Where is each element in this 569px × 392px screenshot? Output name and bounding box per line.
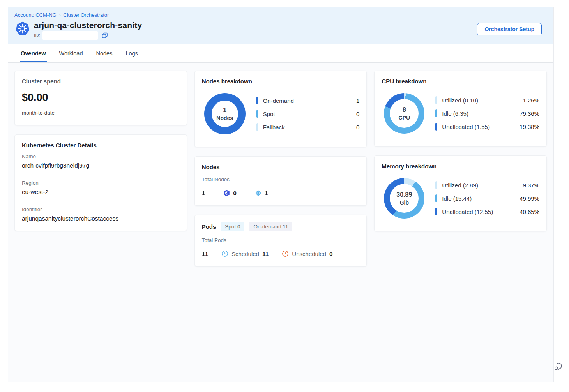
legend-marker [435,109,437,117]
scheduled-clock-icon [221,250,229,258]
cluster-details-card: Kubernetes Cluster Details Name orch-cvi… [14,134,187,231]
legend-row-utilized: Utilized (2.89) 9.37% [435,181,539,189]
overview-content: Cluster spend $0.00 month-to-date Kubern… [8,63,553,267]
cluster-id-value [42,31,98,40]
donut-center-label: Gib [400,200,409,206]
column-left: Cluster spend $0.00 month-to-date Kubern… [14,71,187,231]
tab-overview[interactable]: Overview [20,44,47,62]
pods-title: Pods [202,223,216,230]
field-value: arjunqasanityclusterorchCostaccess [22,215,180,222]
pods-spot-badge: Spot 0 [221,222,244,231]
page-title: arjun-qa-clusterorch-sanity [34,21,477,30]
cpu-breakdown-card: CPU breakdown 8 CPU Utilized [374,71,547,147]
kubernetes-icon [15,21,30,36]
tab-logs[interactable]: Logs [125,44,138,62]
chat-bubble-icon[interactable] [553,362,563,371]
breadcrumb-cluster-orchestrator-link[interactable]: Cluster Orchestrator [63,12,109,18]
donut-wrap: 1 Nodes [204,93,246,134]
legend-label: On-demand [263,97,352,104]
legend-value: 40.65% [520,208,539,215]
spot-node-icon [223,189,230,197]
cpu-breakdown-legend: Utilized (0.10) 1.26% Idle (6.35) 79.36%… [435,96,539,131]
donut-center-label: CPU [399,115,410,121]
cluster-spend-amount: $0.00 [22,92,180,104]
tab-nodes[interactable]: Nodes [95,44,113,62]
pods-stats-row: 11 Scheduled 11 [202,250,360,258]
pods-on-demand-badge: On-demand 11 [249,222,292,231]
total-nodes-label: Total Nodes [202,177,360,182]
spot-nodes-count: 0 [233,190,237,197]
legend-label: Utilized (2.89) [442,182,518,189]
field-label: Region [22,180,180,186]
detail-field-region: Region eu-west-2 [22,175,180,201]
spot-nodes-stat: 0 [223,189,237,197]
on-demand-nodes-stat: 1 [254,189,268,197]
total-pods-value: 11 [202,251,208,258]
legend-label: Fallback [263,124,352,131]
legend-marker [435,96,437,104]
scheduled-pods-stat: Scheduled 11 [221,250,269,258]
cluster-id-row: ID: [34,31,477,40]
unscheduled-clock-icon [282,250,289,258]
nodes-breakdown-legend: On-demand 1 Spot 0 Fallback 0 [256,97,360,131]
legend-value: 0 [356,124,359,131]
nodes-title: Nodes [202,164,360,170]
donut-center: 1 Nodes [212,101,238,127]
nodes-card: Nodes Total Nodes 1 0 [194,156,367,206]
donut-wrap: 30.89 Gib [384,178,424,219]
column-middle: Nodes breakdown 1 Nodes On-d [194,71,367,267]
cpu-breakdown-title: CPU breakdown [382,78,539,85]
legend-row-utilized: Utilized (0.10) 1.26% [435,96,539,104]
cluster-id-label: ID: [34,33,40,38]
donut-center: 30.89 Gib [390,184,419,213]
detail-field-name: Name orch-cvifpfl9rbg8neldj97g [22,148,180,175]
legend-marker [435,181,437,189]
legend-label: Utilized (0.10) [442,97,518,104]
on-demand-node-icon [254,189,262,197]
cluster-spend-period: month-to-date [22,110,180,116]
legend-row-idle: Idle (6.35) 79.36% [435,109,539,117]
nodes-donut-chart: 1 Nodes [204,93,246,134]
donut-center-value: 1 [223,107,226,114]
scheduled-count: 11 [262,251,269,258]
on-demand-nodes-count: 1 [265,190,268,197]
title-row: arjun-qa-clusterorch-sanity ID: Orchestr… [14,21,546,40]
donut-center-label: Nodes [216,115,233,121]
legend-label: Spot [263,111,352,117]
legend-value: 19.38% [520,124,539,130]
unscheduled-label: Unscheduled [292,251,326,257]
legend-marker [256,110,258,118]
legend-row-spot: Spot 0 [256,110,360,118]
legend-marker [435,194,437,202]
cluster-spend-title: Cluster spend [22,78,180,85]
total-pods-label: Total Pods [202,237,360,243]
legend-marker [435,123,437,131]
field-label: Name [22,154,180,159]
legend-value: 79.36% [520,110,539,117]
legend-label: Idle (15.44) [442,195,515,202]
cpu-donut-chart: 8 CPU [384,93,424,134]
nodes-breakdown-card: Nodes breakdown 1 Nodes On-d [194,71,367,147]
orchestrator-setup-button[interactable]: Orchestrator Setup [477,23,542,35]
legend-row-unallocated: Unallocated (1.55) 19.38% [435,123,539,131]
pods-card: Pods Spot 0 On-demand 11 Total Pods 11 [194,215,367,267]
total-nodes-value: 1 [202,190,205,197]
legend-value: 9.37% [523,182,539,189]
legend-value: 0 [356,111,359,117]
cpu-breakdown-chart: 8 CPU Utilized (0.10) 1.26% [384,93,539,134]
app-canvas: Account: CCM-NG › Cluster Orchestrator [8,7,554,382]
breadcrumb: Account: CCM-NG › Cluster Orchestrator [14,12,546,18]
legend-row-on-demand: On-demand 1 [256,97,360,104]
memory-breakdown-legend: Utilized (2.89) 9.37% Idle (15.44) 49.99… [435,181,539,215]
legend-value: 1 [356,97,359,104]
breadcrumb-account-link[interactable]: Account: CCM-NG [14,12,57,18]
cluster-details-title: Kubernetes Cluster Details [22,142,180,148]
breadcrumb-separator: › [59,13,61,18]
donut-center-value: 30.89 [396,191,412,198]
copy-icon[interactable] [102,32,108,39]
field-value: orch-cvifpfl9rbg8neldj97g [22,162,180,169]
tab-workload[interactable]: Workload [58,44,84,62]
unscheduled-count: 0 [329,251,333,258]
donut-center-value: 8 [403,106,406,113]
legend-label: Idle (6.35) [442,110,515,117]
